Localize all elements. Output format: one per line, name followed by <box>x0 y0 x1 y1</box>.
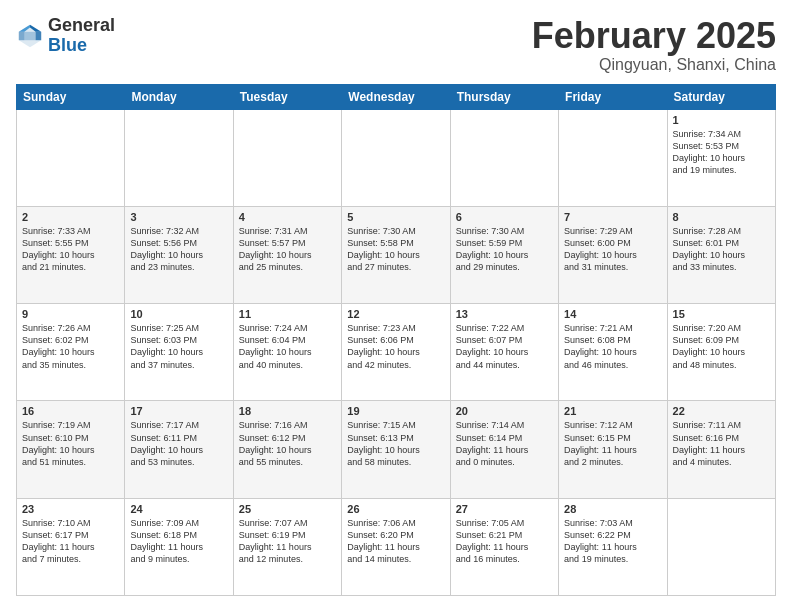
day-number: 8 <box>673 211 770 223</box>
svg-marker-3 <box>19 32 25 40</box>
calendar-week-row: 9Sunrise: 7:26 AM Sunset: 6:02 PM Daylig… <box>17 304 776 401</box>
svg-marker-4 <box>36 32 42 40</box>
page: General Blue February 2025 Qingyuan, Sha… <box>0 0 792 612</box>
day-number: 9 <box>22 308 119 320</box>
calendar-cell: 7Sunrise: 7:29 AM Sunset: 6:00 PM Daylig… <box>559 206 667 303</box>
day-number: 12 <box>347 308 444 320</box>
day-number: 14 <box>564 308 661 320</box>
day-info: Sunrise: 7:10 AM Sunset: 6:17 PM Dayligh… <box>22 517 119 566</box>
day-info: Sunrise: 7:31 AM Sunset: 5:57 PM Dayligh… <box>239 225 336 274</box>
day-info: Sunrise: 7:11 AM Sunset: 6:16 PM Dayligh… <box>673 419 770 468</box>
day-info: Sunrise: 7:23 AM Sunset: 6:06 PM Dayligh… <box>347 322 444 371</box>
calendar-cell: 14Sunrise: 7:21 AM Sunset: 6:08 PM Dayli… <box>559 304 667 401</box>
calendar-day-header: Monday <box>125 84 233 109</box>
day-info: Sunrise: 7:17 AM Sunset: 6:11 PM Dayligh… <box>130 419 227 468</box>
day-number: 21 <box>564 405 661 417</box>
day-info: Sunrise: 7:03 AM Sunset: 6:22 PM Dayligh… <box>564 517 661 566</box>
day-number: 13 <box>456 308 553 320</box>
day-info: Sunrise: 7:28 AM Sunset: 6:01 PM Dayligh… <box>673 225 770 274</box>
day-number: 25 <box>239 503 336 515</box>
day-number: 23 <box>22 503 119 515</box>
calendar-cell <box>450 109 558 206</box>
day-info: Sunrise: 7:05 AM Sunset: 6:21 PM Dayligh… <box>456 517 553 566</box>
day-info: Sunrise: 7:24 AM Sunset: 6:04 PM Dayligh… <box>239 322 336 371</box>
day-info: Sunrise: 7:12 AM Sunset: 6:15 PM Dayligh… <box>564 419 661 468</box>
calendar-cell: 22Sunrise: 7:11 AM Sunset: 6:16 PM Dayli… <box>667 401 775 498</box>
calendar-cell: 5Sunrise: 7:30 AM Sunset: 5:58 PM Daylig… <box>342 206 450 303</box>
calendar-cell <box>667 498 775 595</box>
calendar-day-header: Wednesday <box>342 84 450 109</box>
title-block: February 2025 Qingyuan, Shanxi, China <box>532 16 776 74</box>
calendar-cell: 1Sunrise: 7:34 AM Sunset: 5:53 PM Daylig… <box>667 109 775 206</box>
day-info: Sunrise: 7:06 AM Sunset: 6:20 PM Dayligh… <box>347 517 444 566</box>
day-number: 3 <box>130 211 227 223</box>
day-info: Sunrise: 7:07 AM Sunset: 6:19 PM Dayligh… <box>239 517 336 566</box>
calendar-cell: 24Sunrise: 7:09 AM Sunset: 6:18 PM Dayli… <box>125 498 233 595</box>
day-info: Sunrise: 7:09 AM Sunset: 6:18 PM Dayligh… <box>130 517 227 566</box>
calendar-cell: 21Sunrise: 7:12 AM Sunset: 6:15 PM Dayli… <box>559 401 667 498</box>
calendar-header-row: SundayMondayTuesdayWednesdayThursdayFrid… <box>17 84 776 109</box>
calendar-cell: 4Sunrise: 7:31 AM Sunset: 5:57 PM Daylig… <box>233 206 341 303</box>
calendar-table: SundayMondayTuesdayWednesdayThursdayFrid… <box>16 84 776 596</box>
day-number: 7 <box>564 211 661 223</box>
day-number: 28 <box>564 503 661 515</box>
calendar-day-header: Friday <box>559 84 667 109</box>
calendar-week-row: 23Sunrise: 7:10 AM Sunset: 6:17 PM Dayli… <box>17 498 776 595</box>
day-number: 26 <box>347 503 444 515</box>
logo-text: General Blue <box>48 16 115 56</box>
day-number: 4 <box>239 211 336 223</box>
calendar-day-header: Saturday <box>667 84 775 109</box>
calendar-cell: 19Sunrise: 7:15 AM Sunset: 6:13 PM Dayli… <box>342 401 450 498</box>
day-number: 18 <box>239 405 336 417</box>
day-info: Sunrise: 7:15 AM Sunset: 6:13 PM Dayligh… <box>347 419 444 468</box>
calendar-day-header: Sunday <box>17 84 125 109</box>
day-info: Sunrise: 7:25 AM Sunset: 6:03 PM Dayligh… <box>130 322 227 371</box>
calendar-cell: 15Sunrise: 7:20 AM Sunset: 6:09 PM Dayli… <box>667 304 775 401</box>
day-number: 20 <box>456 405 553 417</box>
calendar-week-row: 1Sunrise: 7:34 AM Sunset: 5:53 PM Daylig… <box>17 109 776 206</box>
calendar-day-header: Tuesday <box>233 84 341 109</box>
month-title: February 2025 <box>532 16 776 56</box>
day-info: Sunrise: 7:16 AM Sunset: 6:12 PM Dayligh… <box>239 419 336 468</box>
calendar-cell: 16Sunrise: 7:19 AM Sunset: 6:10 PM Dayli… <box>17 401 125 498</box>
calendar-cell: 25Sunrise: 7:07 AM Sunset: 6:19 PM Dayli… <box>233 498 341 595</box>
calendar-cell: 9Sunrise: 7:26 AM Sunset: 6:02 PM Daylig… <box>17 304 125 401</box>
calendar-cell: 26Sunrise: 7:06 AM Sunset: 6:20 PM Dayli… <box>342 498 450 595</box>
calendar-cell <box>125 109 233 206</box>
calendar-cell: 8Sunrise: 7:28 AM Sunset: 6:01 PM Daylig… <box>667 206 775 303</box>
day-number: 6 <box>456 211 553 223</box>
day-info: Sunrise: 7:30 AM Sunset: 5:58 PM Dayligh… <box>347 225 444 274</box>
day-number: 11 <box>239 308 336 320</box>
day-number: 24 <box>130 503 227 515</box>
calendar-cell: 17Sunrise: 7:17 AM Sunset: 6:11 PM Dayli… <box>125 401 233 498</box>
calendar-cell: 23Sunrise: 7:10 AM Sunset: 6:17 PM Dayli… <box>17 498 125 595</box>
day-info: Sunrise: 7:34 AM Sunset: 5:53 PM Dayligh… <box>673 128 770 177</box>
logo: General Blue <box>16 16 115 56</box>
day-number: 27 <box>456 503 553 515</box>
calendar-cell: 27Sunrise: 7:05 AM Sunset: 6:21 PM Dayli… <box>450 498 558 595</box>
logo-icon <box>16 22 44 50</box>
calendar-week-row: 2Sunrise: 7:33 AM Sunset: 5:55 PM Daylig… <box>17 206 776 303</box>
calendar-cell: 6Sunrise: 7:30 AM Sunset: 5:59 PM Daylig… <box>450 206 558 303</box>
day-number: 2 <box>22 211 119 223</box>
calendar-cell <box>233 109 341 206</box>
calendar-week-row: 16Sunrise: 7:19 AM Sunset: 6:10 PM Dayli… <box>17 401 776 498</box>
calendar-cell <box>559 109 667 206</box>
day-info: Sunrise: 7:20 AM Sunset: 6:09 PM Dayligh… <box>673 322 770 371</box>
calendar-cell: 3Sunrise: 7:32 AM Sunset: 5:56 PM Daylig… <box>125 206 233 303</box>
day-number: 16 <box>22 405 119 417</box>
calendar-cell: 28Sunrise: 7:03 AM Sunset: 6:22 PM Dayli… <box>559 498 667 595</box>
calendar-cell <box>342 109 450 206</box>
logo-blue-text: Blue <box>48 36 115 56</box>
svg-marker-5 <box>24 32 35 40</box>
location: Qingyuan, Shanxi, China <box>532 56 776 74</box>
day-info: Sunrise: 7:14 AM Sunset: 6:14 PM Dayligh… <box>456 419 553 468</box>
calendar-cell: 13Sunrise: 7:22 AM Sunset: 6:07 PM Dayli… <box>450 304 558 401</box>
day-info: Sunrise: 7:33 AM Sunset: 5:55 PM Dayligh… <box>22 225 119 274</box>
day-number: 5 <box>347 211 444 223</box>
day-info: Sunrise: 7:19 AM Sunset: 6:10 PM Dayligh… <box>22 419 119 468</box>
calendar-cell: 10Sunrise: 7:25 AM Sunset: 6:03 PM Dayli… <box>125 304 233 401</box>
day-info: Sunrise: 7:26 AM Sunset: 6:02 PM Dayligh… <box>22 322 119 371</box>
calendar-cell: 11Sunrise: 7:24 AM Sunset: 6:04 PM Dayli… <box>233 304 341 401</box>
day-info: Sunrise: 7:32 AM Sunset: 5:56 PM Dayligh… <box>130 225 227 274</box>
